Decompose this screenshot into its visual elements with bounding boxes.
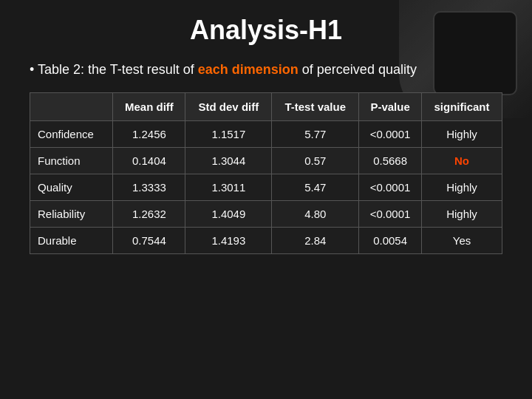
cell-label: Durable <box>30 228 113 254</box>
cell-significant: No <box>421 148 502 174</box>
cell-label: Function <box>30 148 113 174</box>
table-row: Quality 1.3333 1.3011 5.47 <0.0001 Highl… <box>30 174 502 201</box>
cell-std: 1.3011 <box>185 174 272 201</box>
cell-label: Reliability <box>30 201 113 228</box>
cell-std: 1.4193 <box>185 228 272 254</box>
cell-mean: 1.3333 <box>113 174 185 201</box>
cell-significant: Highly <box>421 201 502 228</box>
cell-mean: 0.1404 <box>113 148 185 174</box>
table-row: Durable 0.7544 1.4193 2.84 0.0054 Yes <box>30 228 502 254</box>
page-title: Analysis-H1 <box>30 15 502 46</box>
cell-significant: Highly <box>421 121 502 148</box>
col-header-label <box>30 93 113 121</box>
cell-mean: 0.7544 <box>113 228 185 254</box>
cell-pvalue: <0.0001 <box>359 121 422 148</box>
cell-std: 1.4049 <box>185 201 272 228</box>
table-header-row: Mean diff Std dev diff T-test value P-va… <box>30 93 502 121</box>
cell-pvalue: 0.0054 <box>359 228 422 254</box>
cell-mean: 1.2632 <box>113 201 185 228</box>
subtitle: • Table 2: the T-test result of each dim… <box>30 61 502 79</box>
col-header-ttest: T-test value <box>272 93 359 121</box>
subtitle-prefix: Table 2: the T-test result of <box>38 62 198 77</box>
subtitle-highlight: each dimension <box>198 62 299 77</box>
cell-ttest: 2.84 <box>272 228 359 254</box>
cell-significant: Yes <box>421 228 502 254</box>
col-header-mean: Mean diff <box>113 93 185 121</box>
cell-ttest: 4.80 <box>272 201 359 228</box>
cell-mean: 1.2456 <box>113 121 185 148</box>
col-header-pvalue: P-value <box>359 93 422 121</box>
cell-pvalue: <0.0001 <box>359 174 422 201</box>
table-row: Function 0.1404 1.3044 0.57 0.5668 No <box>30 148 502 174</box>
subtitle-suffix: of perceived quality <box>299 62 417 77</box>
cell-label: Confidence <box>30 121 113 148</box>
main-content: Analysis-H1 • Table 2: the T-test result… <box>0 0 532 269</box>
cell-pvalue: 0.5668 <box>359 148 422 174</box>
table-row: Reliability 1.2632 1.4049 4.80 <0.0001 H… <box>30 201 502 228</box>
cell-pvalue: <0.0001 <box>359 201 422 228</box>
cell-ttest: 5.77 <box>272 121 359 148</box>
cell-ttest: 0.57 <box>272 148 359 174</box>
cell-std: 1.1517 <box>185 121 272 148</box>
table-row: Confidence 1.2456 1.1517 5.77 <0.0001 Hi… <box>30 121 502 148</box>
results-table: Mean diff Std dev diff T-test value P-va… <box>30 92 502 254</box>
cell-label: Quality <box>30 174 113 201</box>
cell-std: 1.3044 <box>185 148 272 174</box>
col-header-std: Std dev diff <box>185 93 272 121</box>
col-header-sig: significant <box>421 93 502 121</box>
cell-ttest: 5.47 <box>272 174 359 201</box>
cell-significant: Highly <box>421 174 502 201</box>
